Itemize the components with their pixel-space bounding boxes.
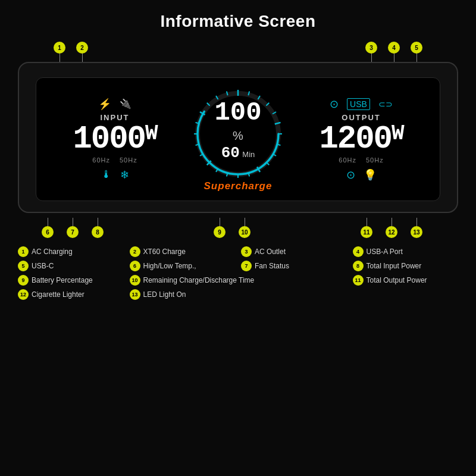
dot-4-container: 4 (388, 42, 400, 62)
dot-4-line (394, 54, 394, 62)
temp-icon: 🌡 (101, 168, 112, 181)
dot-13: 13 (411, 226, 422, 238)
min-label: Min (242, 150, 255, 159)
legend-text-3: AC Outlet (255, 248, 286, 256)
dot-4: 4 (388, 42, 400, 54)
output-unit: W (392, 121, 403, 146)
output-bottom-icons: ⊙ 💡 (346, 168, 377, 181)
input-top-icons: ⚡ 🔌 (98, 98, 131, 111)
legend-item-1: 1 AC Charging (18, 246, 124, 257)
legend-text-8: Total Input Power (367, 262, 422, 270)
dot-1: 1 (54, 42, 65, 54)
input-bottom-icons: 🌡 ❄ (101, 168, 129, 181)
dot-2-container: 2 (76, 42, 88, 62)
usb-c-icon: ⊂⊃ (378, 99, 393, 109)
screen-panel: ⚡ 🔌 INPUT 1000W 60Hz 50Hz 🌡 ❄ (18, 62, 458, 213)
bottom-dots-left: 6 7 8 (42, 218, 104, 238)
legend-text-12: Cigarette Lighter (32, 290, 84, 299)
dot-12-container: 12 (386, 218, 397, 238)
legend-text-7: Fan Status (255, 262, 289, 270)
legend-item-10: 10 Remaining Charge/Discharge Time (130, 275, 347, 286)
output-section: ⊙ USB ⊂⊃ OUTPUT 1200W 60Hz 50Hz ⊙ 💡 (295, 98, 428, 181)
ac-charging-icon: ⚡ (98, 98, 111, 111)
output-value: 1200 (319, 121, 392, 157)
input-hz1: 60Hz (92, 156, 110, 164)
legend-dot-7: 7 (241, 261, 252, 271)
legend-item-7: 7 Fan Status (241, 261, 347, 271)
top-dots-row: 1 2 3 4 5 (18, 42, 458, 62)
dot-5: 5 (411, 42, 422, 54)
dot-12-line (392, 218, 392, 226)
legend-dot-2: 2 (130, 246, 140, 257)
dot-7: 7 (67, 226, 79, 238)
dot-8-container: 8 (92, 218, 104, 238)
legend-item-8: 8 Total Input Power (353, 261, 459, 271)
input-value: 1000 (73, 121, 145, 157)
dot-7-container: 7 (67, 218, 79, 238)
legend-text-13: LED Light On (143, 290, 186, 299)
dot-9-container: 9 (214, 218, 226, 238)
legend-item-12: 12 Cigarette Lighter (18, 289, 124, 300)
dot-1-container: 1 (54, 42, 65, 62)
dot-11: 11 (361, 226, 372, 238)
dot-1-line (60, 54, 60, 62)
percent-sign: % (233, 129, 243, 143)
dot-13-line (416, 218, 417, 226)
legend-text-1: AC Charging (32, 248, 73, 256)
legend-dot-1: 1 (18, 246, 29, 257)
screen-interior: ⚡ 🔌 INPUT 1000W 60Hz 50Hz 🌡 ❄ (36, 77, 440, 201)
input-section: ⚡ 🔌 INPUT 1000W 60Hz 50Hz 🌡 ❄ (48, 98, 181, 181)
dot-11-line (367, 218, 367, 226)
input-hz-row: 60Hz 50Hz (92, 156, 137, 164)
dot-2-line (82, 54, 83, 62)
legend-text-5: USB-C (32, 262, 54, 270)
dot-13-container: 13 (411, 218, 422, 238)
input-unit: W (145, 121, 157, 146)
dot-6: 6 (42, 226, 54, 238)
center-section: 100% 60 Min Supercharge (181, 86, 295, 192)
dot-11-container: 11 (361, 218, 372, 238)
page-title: Informative Screen (160, 12, 315, 31)
legend-item-11: 11 Total Output Power (353, 275, 459, 286)
legend-dot-3: 3 (241, 246, 252, 257)
legend-dot-6: 6 (130, 261, 140, 271)
top-dots-right: 3 4 5 (365, 42, 422, 62)
legend-item-3: 3 AC Outlet (241, 246, 347, 257)
percent-value: 100 (214, 98, 261, 127)
legend-dot-11: 11 (353, 275, 364, 286)
dot-3: 3 (365, 42, 377, 54)
legend-item-2: 2 XT60 Charge (130, 246, 236, 257)
legend-text-4: USB-A Port (367, 248, 403, 256)
dot-10-line (245, 218, 245, 226)
dot-3-line (371, 54, 372, 62)
dot-6-line (48, 218, 48, 226)
legend-item-4: 4 USB-A Port (353, 246, 459, 257)
output-value-row: 1200W (319, 123, 403, 155)
min-value: 60 (221, 144, 240, 162)
cigarette-lighter-icon: ⊙ (346, 168, 355, 181)
dot-10: 10 (239, 226, 250, 238)
led-light-icon: 💡 (364, 168, 377, 181)
gauge-container: 100% 60 Min (190, 86, 286, 181)
min-row: 60 Min (214, 144, 262, 162)
dot-7-line (73, 218, 73, 226)
dot-9: 9 (214, 226, 226, 238)
legend-text-2: XT60 Charge (143, 248, 186, 256)
legend-text-11: Total Output Power (367, 276, 427, 284)
legend-item-6: 6 High/Low Temp., (130, 261, 236, 271)
output-top-icons: ⊙ USB ⊂⊃ (330, 98, 393, 111)
legend-dot-4: 4 (353, 246, 364, 257)
percent-display: 100% (214, 99, 262, 143)
xt60-icon: 🔌 (120, 98, 131, 109)
output-hz2: 50Hz (366, 156, 384, 164)
legend-text-10: Remaining Charge/Discharge Time (143, 276, 255, 284)
bottom-dots-row: 6 7 8 9 10 11 (18, 218, 458, 238)
dot-6-container: 6 (42, 218, 54, 238)
gauge-center-text: 100% 60 Min (214, 99, 262, 162)
legend-dot-12: 12 (18, 289, 29, 300)
output-hz1: 60Hz (339, 156, 356, 164)
dot-3-container: 3 (365, 42, 377, 62)
legend-item-13: 13 LED Light On (130, 289, 236, 300)
dot-5-line (416, 54, 417, 62)
legend-text-6: High/Low Temp., (143, 262, 196, 270)
